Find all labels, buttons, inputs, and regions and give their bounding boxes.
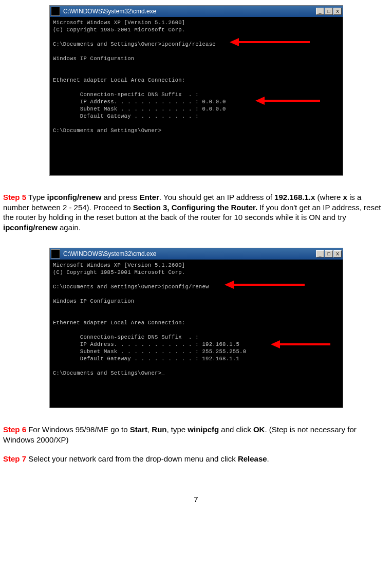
arrow-icon	[255, 98, 322, 103]
cmd-line: C:\Documents and Settings\Owner>	[53, 127, 340, 134]
cmd-line	[53, 362, 340, 370]
titlebar: C:\WINDOWS\System32\cmd.exe _ □ X	[50, 248, 343, 260]
cmd-line	[53, 326, 340, 334]
arrow-icon	[230, 40, 312, 45]
cmd-line: Windows IP Configuration	[53, 55, 340, 62]
cmd-line	[53, 305, 340, 312]
step6-text: Step 6 For Windows 95/98/ME go to Start,…	[3, 425, 389, 445]
cmd-icon	[51, 7, 60, 16]
cmd-line: C:\Documents and Settings\Owner>_	[53, 370, 340, 377]
cmd-line: Ethernet adapter Local Area Connection:	[53, 319, 340, 326]
window-buttons: _ □ X	[316, 8, 342, 15]
window-title: C:\WINDOWS\System32\cmd.exe	[63, 250, 316, 257]
close-button[interactable]: X	[333, 250, 342, 257]
cmd-window-renew: C:\WINDOWS\System32\cmd.exe _ □ X Micros…	[49, 248, 343, 408]
minimize-button[interactable]: _	[316, 250, 324, 257]
close-button[interactable]: X	[333, 8, 342, 15]
window-title: C:\WINDOWS\System32\cmd.exe	[63, 8, 316, 15]
cmd-line: (C) Copyright 1985-2001 Microsoft Corp.	[53, 26, 340, 33]
cmd-line	[53, 120, 340, 127]
cmd-line	[53, 62, 340, 69]
step7-text: Step 7 Select your network card from the…	[3, 454, 389, 464]
cmd-line: Windows IP Configuration	[53, 298, 340, 305]
cmd-line: (C) Copyright 1985-2001 Microsoft Corp.	[53, 269, 340, 276]
cmd-icon	[51, 249, 60, 259]
cmd-body: Microsoft Windows XP [Version 5.1.2600] …	[50, 260, 343, 408]
cmd-line	[53, 48, 340, 55]
cmd-line	[53, 69, 340, 77]
minimize-button[interactable]: _	[316, 8, 324, 15]
window-buttons: _ □ X	[316, 250, 342, 257]
cmd-line	[53, 290, 340, 298]
maximize-button[interactable]: □	[325, 8, 333, 15]
cmd-line: Ethernet adapter Local Area Connection:	[53, 77, 340, 84]
cmd-line	[53, 84, 340, 91]
step-label: Step 5	[3, 193, 26, 201]
cmd-line: Microsoft Windows XP [Version 5.1.2600]	[53, 19, 340, 26]
cmd-window-release: C:\WINDOWS\System32\cmd.exe _ □ X Micros…	[49, 5, 343, 176]
page-number: 7	[3, 495, 389, 504]
cmd-line: Default Gateway . . . . . . . . . :	[53, 113, 340, 120]
step-label: Step 7	[3, 454, 26, 463]
cmd-line: Subnet Mask . . . . . . . . . . . : 0.0.…	[53, 105, 340, 113]
step5-text: Step 5 Type ipconfig/renew and press Ent…	[3, 192, 389, 232]
cmd-line: Microsoft Windows XP [Version 5.1.2600]	[53, 262, 340, 269]
titlebar: C:\WINDOWS\System32\cmd.exe _ □ X	[50, 6, 343, 17]
cmd-body: Microsoft Windows XP [Version 5.1.2600] …	[50, 17, 343, 175]
cmd-line: Subnet Mask . . . . . . . . . . . : 255.…	[53, 348, 340, 355]
cmd-line: Connection-specific DNS Suffix . :	[53, 334, 340, 341]
arrow-icon	[225, 282, 307, 287]
step-label: Step 6	[3, 425, 26, 434]
cmd-line	[53, 312, 340, 319]
maximize-button[interactable]: □	[325, 250, 333, 257]
cmd-line: Default Gateway . . . . . . . . . : 192.…	[53, 355, 340, 362]
arrow-icon	[271, 342, 332, 347]
cmd-line: Connection-specific DNS Suffix . :	[53, 91, 340, 98]
